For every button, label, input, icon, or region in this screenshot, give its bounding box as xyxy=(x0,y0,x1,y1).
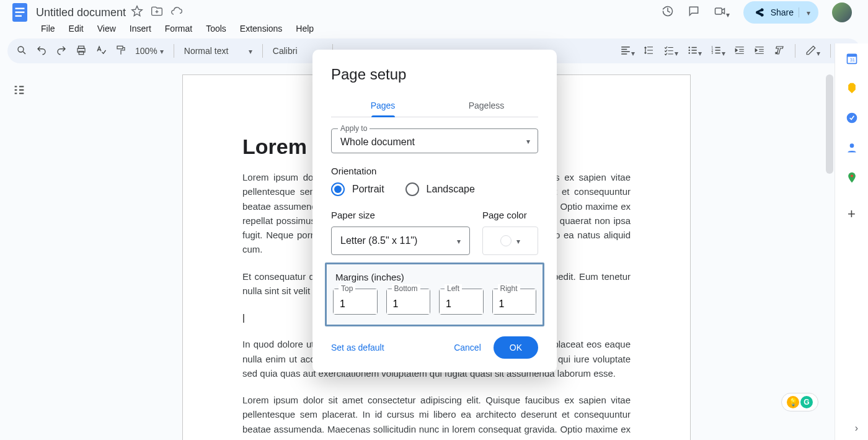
share-caret-icon[interactable] xyxy=(799,7,812,17)
radio-unchecked-icon xyxy=(405,182,419,196)
page-setup-dialog: Page setup Pages Pageless Apply to Whole… xyxy=(312,50,557,372)
margin-left-field[interactable]: Left xyxy=(439,289,484,315)
paper-size-select[interactable]: Letter (8.5" x 11") xyxy=(331,227,470,255)
clear-format-icon[interactable] xyxy=(774,45,785,58)
tab-pages[interactable]: Pages xyxy=(331,94,435,117)
sidepanel-collapse-icon[interactable]: › xyxy=(855,423,858,434)
apply-to-label: Apply to xyxy=(338,124,370,133)
svg-rect-8 xyxy=(79,51,84,54)
search-icon[interactable] xyxy=(16,45,27,58)
svg-rect-2 xyxy=(16,12,25,13)
orientation-label: Orientation xyxy=(331,166,538,176)
svg-point-11 xyxy=(689,49,690,50)
vertical-scrollbar[interactable] xyxy=(826,74,833,174)
ok-button[interactable]: OK xyxy=(494,336,538,359)
spellcheck-icon[interactable] xyxy=(95,45,107,58)
dialog-actions: Set as default Cancel OK xyxy=(331,336,538,359)
align-icon[interactable] xyxy=(620,45,635,58)
checklist-icon[interactable] xyxy=(663,45,678,58)
menubar: File Edit View Insert Format Tools Exten… xyxy=(0,21,868,38)
svg-point-12 xyxy=(689,52,690,53)
meet-icon[interactable] xyxy=(714,5,730,20)
menu-help[interactable]: Help xyxy=(296,24,314,34)
menu-edit[interactable]: Edit xyxy=(69,24,84,34)
comment-icon[interactable] xyxy=(688,5,700,20)
margin-top-input[interactable] xyxy=(334,289,377,314)
paragraph-style-select[interactable]: Normal text xyxy=(184,46,252,56)
chevron-down-icon xyxy=(516,235,520,246)
tasks-icon[interactable] xyxy=(846,112,858,124)
title-action-icons xyxy=(131,5,183,20)
tab-pageless[interactable]: Pageless xyxy=(435,94,538,117)
menu-view[interactable]: View xyxy=(97,24,116,34)
color-swatch-icon xyxy=(500,235,512,246)
history-icon[interactable] xyxy=(662,5,674,20)
menu-file[interactable]: File xyxy=(41,24,55,34)
svg-point-21 xyxy=(850,174,852,177)
star-icon[interactable] xyxy=(131,5,143,20)
redo-icon[interactable] xyxy=(56,45,67,58)
maps-icon[interactable] xyxy=(846,171,858,184)
page-color-select[interactable] xyxy=(482,227,538,255)
radio-checked-icon xyxy=(331,182,345,196)
margin-top-field[interactable]: Top xyxy=(333,289,378,315)
paper-size-value: Letter (8.5" x 11") xyxy=(340,235,417,246)
bulleted-list-icon[interactable] xyxy=(687,45,702,58)
svg-point-10 xyxy=(689,47,690,48)
set-default-button[interactable]: Set as default xyxy=(331,343,384,352)
cloud-icon[interactable] xyxy=(170,5,183,20)
line-spacing-icon[interactable] xyxy=(644,45,655,58)
paint-format-icon[interactable] xyxy=(115,45,126,58)
svg-point-5 xyxy=(18,47,24,52)
svg-rect-17 xyxy=(847,54,856,56)
svg-point-20 xyxy=(849,143,854,148)
print-icon[interactable] xyxy=(76,45,87,58)
editing-mode-icon[interactable] xyxy=(805,45,820,58)
margins-label: Margins (inches) xyxy=(335,272,536,282)
svg-rect-3 xyxy=(16,16,22,17)
indent-decrease-icon[interactable] xyxy=(734,45,745,58)
docs-logo-icon[interactable] xyxy=(9,1,31,24)
side-panel: 31 + › xyxy=(835,43,868,440)
dialog-tabs: Pages Pageless xyxy=(331,94,538,117)
margin-right-input[interactable] xyxy=(493,289,536,314)
menu-extensions[interactable]: Extensions xyxy=(240,24,282,34)
svg-rect-4 xyxy=(715,8,722,14)
margin-left-input[interactable] xyxy=(440,289,483,314)
apply-to-select[interactable]: Apply to Whole document xyxy=(331,128,538,153)
orientation-landscape[interactable]: Landscape xyxy=(405,182,475,196)
svg-text:3: 3 xyxy=(712,52,714,55)
margin-right-field[interactable]: Right xyxy=(492,289,537,315)
svg-rect-1 xyxy=(16,8,25,9)
contacts-icon[interactable] xyxy=(846,141,858,154)
svg-text:31: 31 xyxy=(849,57,854,63)
menu-tools[interactable]: Tools xyxy=(206,24,226,34)
numbered-list-icon[interactable]: 123 xyxy=(711,45,725,58)
indent-increase-icon[interactable] xyxy=(754,45,765,58)
cancel-button[interactable]: Cancel xyxy=(454,343,481,352)
undo-icon[interactable] xyxy=(36,45,47,58)
menu-insert[interactable]: Insert xyxy=(130,24,151,34)
move-icon[interactable] xyxy=(151,5,163,20)
grammarly-widget[interactable]: 💡 G xyxy=(781,393,818,411)
dialog-title: Page setup xyxy=(331,66,538,83)
add-on-plus-icon[interactable]: + xyxy=(848,206,856,222)
chevron-down-icon xyxy=(457,235,461,246)
document-title[interactable]: Untitled document xyxy=(36,6,126,19)
keep-icon[interactable] xyxy=(846,82,858,94)
margin-bottom-field[interactable]: Bottom xyxy=(386,289,431,315)
paragraph: Lorem ipsum dolor sit amet consectetur a… xyxy=(242,393,631,440)
margin-bottom-input[interactable] xyxy=(387,289,430,314)
outline-toggle-icon[interactable] xyxy=(12,83,26,440)
calendar-icon[interactable]: 31 xyxy=(846,52,858,65)
orientation-options: Portrait Landscape xyxy=(331,182,538,196)
grammarly-icon: G xyxy=(800,396,813,408)
zoom-select[interactable]: 100% xyxy=(135,46,164,56)
apply-to-value: Whole document xyxy=(340,137,415,147)
account-avatar[interactable] xyxy=(832,2,852,22)
orientation-portrait[interactable]: Portrait xyxy=(331,182,384,196)
lightbulb-icon: 💡 xyxy=(787,396,799,408)
menu-format[interactable]: Format xyxy=(165,24,192,34)
chevron-down-icon xyxy=(526,135,530,146)
share-button[interactable]: Share xyxy=(743,1,818,24)
